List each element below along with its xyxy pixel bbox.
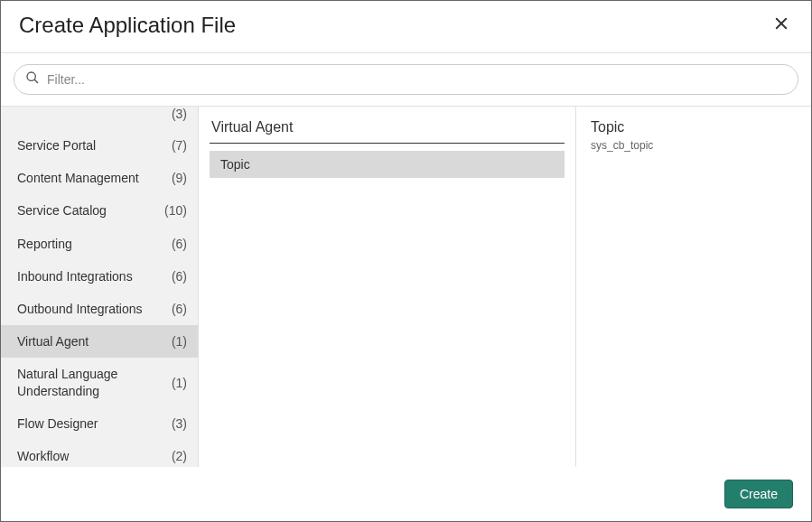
sidebar-item-label: Workflow: [17, 448, 172, 464]
sidebar-item-count: (10): [164, 203, 187, 218]
sidebar-item-count: (3): [172, 416, 187, 431]
sidebar-item[interactable]: Service Portal(7): [1, 129, 198, 162]
filter-input[interactable]: [47, 72, 787, 87]
sidebar-item-count: (1): [172, 334, 187, 349]
sidebar-item[interactable]: Service Catalog(10): [1, 194, 198, 227]
sidebar-item-label: Inbound Integrations: [17, 268, 172, 284]
sidebar-item-label: Service Catalog: [17, 202, 164, 219]
file-type-item[interactable]: Topic: [210, 151, 565, 178]
sidebar-item[interactable]: Content Management(9): [1, 162, 198, 194]
sidebar-item-count: (6): [172, 269, 187, 284]
sidebar-item-count: (3): [172, 107, 187, 121]
file-type-panel-title: Virtual Agent: [210, 119, 565, 144]
sidebar-item-label: Natural Language Understanding: [17, 366, 172, 398]
details-panel: Topic sys_cb_topic: [576, 107, 811, 467]
sidebar-item-count: (6): [172, 302, 187, 316]
sidebar-item-count: (9): [172, 171, 187, 185]
sidebar-item[interactable]: Workflow(2): [1, 440, 198, 467]
category-sidebar[interactable]: (3)Service Portal(7)Content Management(9…: [1, 107, 199, 467]
sidebar-item[interactable]: Inbound Integrations(6): [1, 260, 198, 293]
sidebar-item-count: (6): [172, 237, 187, 251]
dialog-footer: Create: [1, 467, 811, 521]
file-type-panel: Virtual Agent Topic: [199, 107, 576, 467]
sidebar-item[interactable]: Virtual Agent(1): [1, 325, 198, 358]
close-button[interactable]: [770, 12, 793, 38]
sidebar-item[interactable]: Flow Designer(3): [1, 407, 198, 440]
svg-point-2: [27, 72, 35, 80]
details-title: Topic: [591, 119, 797, 135]
sidebar-item-count: (1): [172, 376, 187, 390]
sidebar-item[interactable]: Natural Language Understanding(1): [1, 358, 198, 406]
sidebar-item-label: Reporting: [17, 236, 172, 252]
sidebar-item-count: (7): [172, 138, 187, 153]
dialog-header: Create Application File: [1, 1, 811, 53]
svg-line-3: [34, 79, 38, 83]
content-area: (3)Service Portal(7)Content Management(9…: [1, 106, 811, 467]
sidebar-item-count: (2): [172, 449, 187, 463]
filter-wrapper[interactable]: [14, 64, 798, 95]
search-icon: [25, 70, 40, 89]
sidebar-item-label: Content Management: [17, 170, 172, 186]
sidebar-item[interactable]: Reporting(6): [1, 228, 198, 260]
close-icon: [773, 15, 789, 34]
sidebar-item-label: Flow Designer: [17, 415, 172, 432]
file-type-list: Topic: [210, 151, 565, 178]
create-button[interactable]: Create: [724, 480, 793, 508]
sidebar-item-label: Virtual Agent: [17, 333, 172, 350]
dialog-title: Create Application File: [19, 13, 236, 38]
sidebar-item[interactable]: Outbound Integrations(6): [1, 293, 198, 325]
sidebar-item[interactable]: (3): [1, 107, 198, 129]
sidebar-item-label: Outbound Integrations: [17, 301, 172, 317]
details-subtitle: sys_cb_topic: [591, 139, 797, 152]
create-application-file-dialog: Create Application File (3)Service Porta…: [1, 1, 811, 521]
filter-bar: [1, 53, 811, 106]
sidebar-item-label: Service Portal: [17, 137, 172, 154]
